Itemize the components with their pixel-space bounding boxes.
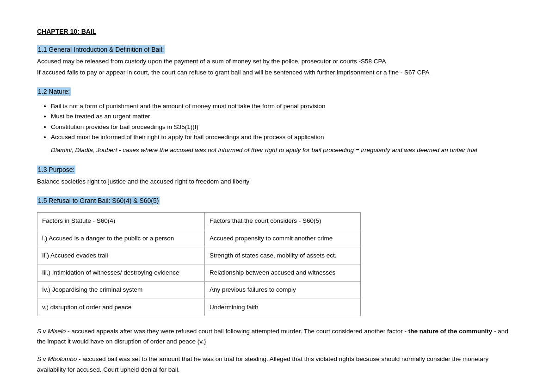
table-header-col-1: Factors in Statute - S60(4) bbox=[37, 213, 205, 230]
bail-table: Factors in Statute - S60(4) Factors that… bbox=[37, 212, 361, 316]
table-row-3-col-2: Relationship between accused and witness… bbox=[204, 264, 360, 282]
table-row-3: Iii.) Intimidation of witnesses/ destroy… bbox=[37, 264, 361, 282]
table-row-4-col-1: Iv.) Jeopardising the criminal system bbox=[37, 282, 205, 299]
case-note-1-normal: - accused appeals after was they were re… bbox=[66, 328, 408, 335]
bail-table-container: Factors in Statute - S60(4) Factors that… bbox=[37, 212, 518, 316]
case-note-1: S v Miselo - accused appeals after was t… bbox=[37, 326, 518, 347]
case-note-2-normal: - accused bail was set to the amount tha… bbox=[37, 355, 488, 373]
table-row-2-col-1: Ii.) Accused evades trail bbox=[37, 247, 205, 264]
table-row-1: i.) Accused is a danger to the public or… bbox=[37, 230, 361, 247]
section-1-2-bullets: Bail is not a form of punishment and the… bbox=[51, 101, 518, 142]
table-row-4-col-2: Any previous failures to comply bbox=[204, 282, 360, 299]
section-1-1-heading: 1.1 General Introduction & Definition of… bbox=[37, 45, 165, 54]
bullet-4: Accused must be informed of their right … bbox=[51, 132, 518, 142]
chapter-title: CHAPTER 10: BAIL bbox=[37, 28, 518, 35]
section-1-2-italic: Dlamini, Dladla, Joubert - cases where t… bbox=[51, 145, 518, 155]
table-header-row: Factors in Statute - S60(4) Factors that… bbox=[37, 213, 361, 230]
table-row-2: Ii.) Accused evades trail Strength of st… bbox=[37, 247, 361, 264]
bullet-3: Constitution provides for bail proceedin… bbox=[51, 122, 518, 132]
table-header-col-2: Factors that the court considers - S60(5… bbox=[204, 213, 360, 230]
chapter-title-block: CHAPTER 10: BAIL bbox=[37, 28, 518, 35]
section-1-1-line-2: If accused fails to pay or appear in cou… bbox=[37, 67, 518, 78]
case-note-2: S v Mbolombo - accused bail was set to t… bbox=[37, 354, 518, 375]
table-row-5-col-2: Undermining faith bbox=[204, 299, 360, 316]
section-1-3-heading: 1.3 Purpose: bbox=[37, 165, 75, 174]
table-row-1-col-1: i.) Accused is a danger to the public or… bbox=[37, 230, 205, 247]
case-note-1-bold: the nature of the community bbox=[408, 328, 493, 335]
section-1-1-line-1: Accused may be released from custody upo… bbox=[37, 56, 518, 67]
table-row-2-col-2: Strength of states case, mobility of ass… bbox=[204, 247, 360, 264]
page: CHAPTER 10: BAIL 1.1 General Introductio… bbox=[0, 0, 555, 392]
section-1-5-heading: 1.5 Refusal to Grant Bail: S60(4) & S60(… bbox=[37, 196, 160, 205]
section-1-3: 1.3 Purpose: Balance societies right to … bbox=[37, 165, 518, 187]
case-note-1-italic: S v Miselo bbox=[37, 328, 66, 335]
case-note-2-italic: S v Mbolombo bbox=[37, 355, 77, 362]
table-row-3-col-1: Iii.) Intimidation of witnesses/ destroy… bbox=[37, 264, 205, 282]
section-1-3-line-1: Balance societies right to justice and t… bbox=[37, 177, 518, 187]
section-1-2-heading: 1.2 Nature: bbox=[37, 87, 71, 96]
bullet-2: Must be treated as an urgent matter bbox=[51, 111, 518, 122]
bullet-1: Bail is not a form of punishment and the… bbox=[51, 101, 518, 111]
table-row-1-col-2: Accused propensity to commit another cri… bbox=[204, 230, 360, 247]
table-row-5: v.) disruption of order and peace Underm… bbox=[37, 299, 361, 316]
section-1-2: 1.2 Nature: Bail is not a form of punish… bbox=[37, 87, 518, 155]
section-1-1: 1.1 General Introduction & Definition of… bbox=[37, 45, 518, 77]
section-1-5: 1.5 Refusal to Grant Bail: S60(4) & S60(… bbox=[37, 196, 518, 316]
table-row-5-col-1: v.) disruption of order and peace bbox=[37, 299, 205, 316]
table-row-4: Iv.) Jeopardising the criminal system An… bbox=[37, 282, 361, 299]
